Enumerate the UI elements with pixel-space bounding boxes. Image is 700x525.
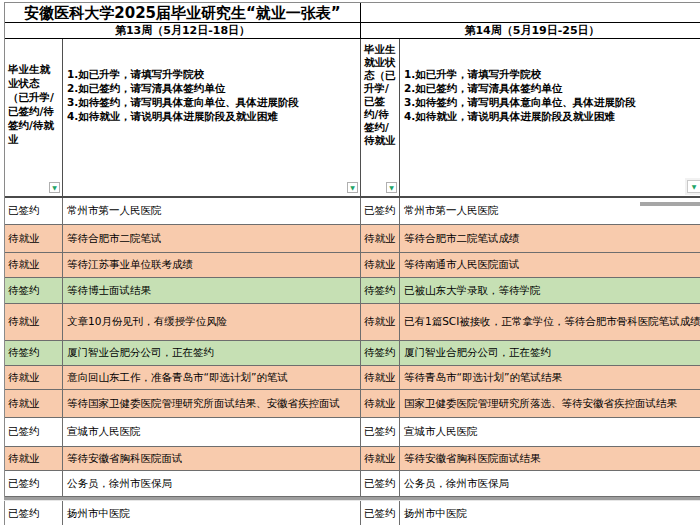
instruction-line: 1.如已升学，请填写升学院校 xyxy=(404,67,700,81)
status-header-week13-label: 毕业生就业状态（已升学/已签约/待签约/待就业 xyxy=(8,63,54,145)
status-cell-week14[interactable]: 待签约 xyxy=(361,341,400,366)
pane-split-fragment xyxy=(640,202,700,206)
filter-arrow-icon: ▼ xyxy=(692,184,697,190)
table-row: 待签约厦门智业合肥分公司，正在签约待签约厦门智业合肥分公司，正在签约 xyxy=(5,341,700,366)
detail-cell-week13[interactable]: 等待合肥市二院笔试 xyxy=(63,225,361,253)
status-cell-week14[interactable]: 已签约 xyxy=(361,198,400,225)
detail-cell-week13[interactable]: 等待博士面试结果 xyxy=(63,278,361,304)
detail-cell-week14[interactable]: 宣城市人民医院 xyxy=(400,418,700,447)
detail-cell-week14[interactable]: 公务员，徐州市医保局 xyxy=(400,471,700,497)
status-cell-week14[interactable]: 待就业 xyxy=(361,253,400,278)
status-cell-week13[interactable]: 已签约 xyxy=(5,418,63,447)
table-row: 待就业等待合肥市二院笔试待就业等待合肥市二院笔试成绩 xyxy=(5,225,700,253)
table-row: 待就业等待江苏事业单位联考成绩待就业等待南通市人民医院面试 xyxy=(5,253,700,278)
table-row: 待就业等待国家卫健委医院管理研究所面试结果、安徽省疾控面试待就业国家卫健委医院管… xyxy=(5,390,700,418)
detail-cell-week13[interactable]: 扬州市中医院 xyxy=(63,501,361,525)
detail-cell-week14[interactable]: 等待南通市人民医院面试 xyxy=(400,253,700,278)
status-cell-week13[interactable]: 待就业 xyxy=(5,304,63,341)
detail-cell-week14[interactable]: 国家卫健委医院管理研究所落选、等待安徽省疾控面试结果 xyxy=(400,390,700,418)
detail-cell-week13[interactable]: 文章10月份见刊，有缓授学位风险 xyxy=(63,304,361,341)
table-row: 待就业等待安徽省胸科医院面试待就业等待安徽省胸科医院面试结果 xyxy=(5,447,700,471)
status-cell-week13[interactable]: 待就业 xyxy=(5,366,63,390)
title-row-empty[interactable] xyxy=(361,3,700,23)
title-row: 安徽医科大学2025届毕业研究生“就业一张表” xyxy=(5,3,700,23)
detail-cell-week13[interactable]: 意向回山东工作，准备青岛市“即选计划”的笔试 xyxy=(63,366,361,390)
status-header-week13-cell[interactable]: 毕业生就业状态（已升学/已签约/待签约/待就业 ▼ xyxy=(5,39,63,198)
detail-cell-week13[interactable]: 等待安徽省胸科医院面试 xyxy=(63,447,361,471)
data-rows: 已签约常州市第一人民医院已签约常州市第一人民医院待就业等待合肥市二院笔试待就业等… xyxy=(5,198,700,525)
table-row: 待就业意向回山东工作，准备青岛市“即选计划”的笔试待就业等待青岛市“即选计划”的… xyxy=(5,366,700,390)
column-header-row: 毕业生就业状态（已升学/已签约/待签约/待就业 ▼ 1.如已升学，请填写升学院校… xyxy=(5,39,700,198)
table-row: 已签约扬州市中医院已签约扬州市中医院 xyxy=(5,501,700,525)
detail-cell-week13[interactable]: 宣城市人民医院 xyxy=(63,418,361,447)
status-cell-week14[interactable]: 已签约 xyxy=(361,471,400,497)
table-row: 已签约常州市第一人民医院已签约常州市第一人民医院 xyxy=(5,198,700,225)
status-cell-week13[interactable]: 已签约 xyxy=(5,501,63,525)
detail-cell-week14[interactable]: 已被山东大学录取，等待学院 xyxy=(400,278,700,304)
status-cell-week14[interactable]: 待就业 xyxy=(361,447,400,471)
filter-dropdown-week14-detail[interactable]: ▼ xyxy=(687,180,700,193)
status-cell-week13[interactable]: 待就业 xyxy=(5,225,63,253)
filter-arrow-icon: ▼ xyxy=(52,185,57,191)
detail-cell-week14[interactable]: 等待合肥市二院笔试成绩 xyxy=(400,225,700,253)
status-cell-week13[interactable]: 待就业 xyxy=(5,447,63,471)
week14-header-cell[interactable]: 第14周（5月19日-25日） xyxy=(361,23,700,39)
instruction-line: 2.如已签约，请写清具体签约单位 xyxy=(404,81,700,95)
filter-dropdown-week14-status[interactable]: ▼ xyxy=(386,182,397,193)
detail-cell-week14[interactable]: 已有1篇SCI被接收，正常拿学位，等待合肥市骨科医院笔试成绩 xyxy=(400,304,700,341)
detail-cell-week14[interactable]: 等待安徽省胸科医院面试结果 xyxy=(400,447,700,471)
status-cell-week13[interactable]: 已签约 xyxy=(5,471,63,497)
instruction-line: 4.如待就业，请说明具体进展阶段及就业困难 xyxy=(404,109,700,123)
sheet-title[interactable]: 安徽医科大学2025届毕业研究生“就业一张表” xyxy=(5,3,361,23)
detail-cell-week13[interactable]: 公务员，徐州市医保局 xyxy=(63,471,361,497)
status-header-week14-label: 毕业生就业状态（已升学/已签约/待签约/待就业 xyxy=(364,43,396,146)
detail-cell-week14[interactable]: 厦门智业合肥分公司，正在签约 xyxy=(400,341,700,366)
status-cell-week13[interactable]: 待就业 xyxy=(5,390,63,418)
week-header-row: 第13周（5月12日-18日） 第14周（5月19日-25日） xyxy=(5,23,700,39)
status-cell-week13[interactable]: 待签约 xyxy=(5,278,63,304)
instructions-week14-cell[interactable]: 1.如已升学，请填写升学院校 2.如已签约，请写清具体签约单位 3.如待签约，请… xyxy=(400,39,700,198)
filter-dropdown-week13-detail[interactable]: ▼ xyxy=(347,182,358,193)
filter-arrow-icon: ▼ xyxy=(389,185,394,191)
week13-header-cell[interactable]: 第13周（5月12日-18日） xyxy=(5,23,361,39)
status-cell-week14[interactable]: 待就业 xyxy=(361,366,400,390)
instruction-line: 2.如已签约，请写清具体签约单位 xyxy=(67,81,358,95)
status-cell-week14[interactable]: 待就业 xyxy=(361,390,400,418)
instruction-line: 3.如待签约，请写明具体意向单位、具体进展阶段 xyxy=(404,95,700,109)
spreadsheet: 安徽医科大学2025届毕业研究生“就业一张表” 第13周（5月12日-18日） … xyxy=(4,2,700,525)
status-header-week14-cell[interactable]: 毕业生就业状态（已升学/已签约/待签约/待就业 ▼ xyxy=(361,39,400,198)
status-cell-week13[interactable]: 已签约 xyxy=(5,198,63,225)
status-cell-week14[interactable]: 已签约 xyxy=(361,501,400,525)
detail-cell-week13[interactable]: 厦门智业合肥分公司，正在签约 xyxy=(63,341,361,366)
table-row: 待就业文章10月份见刊，有缓授学位风险待就业已有1篇SCI被接收，正常拿学位，等… xyxy=(5,304,700,341)
detail-cell-week14[interactable]: 等待青岛市“即选计划”的笔试结果 xyxy=(400,366,700,390)
status-cell-week14[interactable]: 待就业 xyxy=(361,225,400,253)
table-row: 待签约等待博士面试结果待签约已被山东大学录取，等待学院 xyxy=(5,278,700,304)
filter-dropdown-week13-status[interactable]: ▼ xyxy=(49,182,60,193)
status-cell-week14[interactable]: 已签约 xyxy=(361,418,400,447)
status-cell-week14[interactable]: 待就业 xyxy=(361,304,400,341)
instruction-line: 4.如待就业，请说明具体进展阶段及就业困难 xyxy=(67,109,358,123)
filter-arrow-icon: ▼ xyxy=(350,185,355,191)
detail-cell-week13[interactable]: 等待国家卫健委医院管理研究所面试结果、安徽省疾控面试 xyxy=(63,390,361,418)
table-row: 已签约公务员，徐州市医保局已签约公务员，徐州市医保局 xyxy=(5,471,700,497)
detail-cell-week14[interactable]: 扬州市中医院 xyxy=(400,501,700,525)
status-cell-week13[interactable]: 待签约 xyxy=(5,341,63,366)
instructions-week13-cell[interactable]: 1.如已升学，请填写升学院校 2.如已签约，请写清具体签约单位 3.如待签约，请… xyxy=(63,39,361,198)
instruction-line: 3.如待签约，请写明具体意向单位、具体进展阶段 xyxy=(67,95,358,109)
instruction-line: 1.如已升学，请填写升学院校 xyxy=(67,67,358,81)
status-cell-week14[interactable]: 待签约 xyxy=(361,278,400,304)
detail-cell-week13[interactable]: 等待江苏事业单位联考成绩 xyxy=(63,253,361,278)
status-cell-week13[interactable]: 待就业 xyxy=(5,253,63,278)
detail-cell-week13[interactable]: 常州市第一人民医院 xyxy=(63,198,361,225)
table-row: 已签约宣城市人民医院已签约宣城市人民医院 xyxy=(5,418,700,447)
